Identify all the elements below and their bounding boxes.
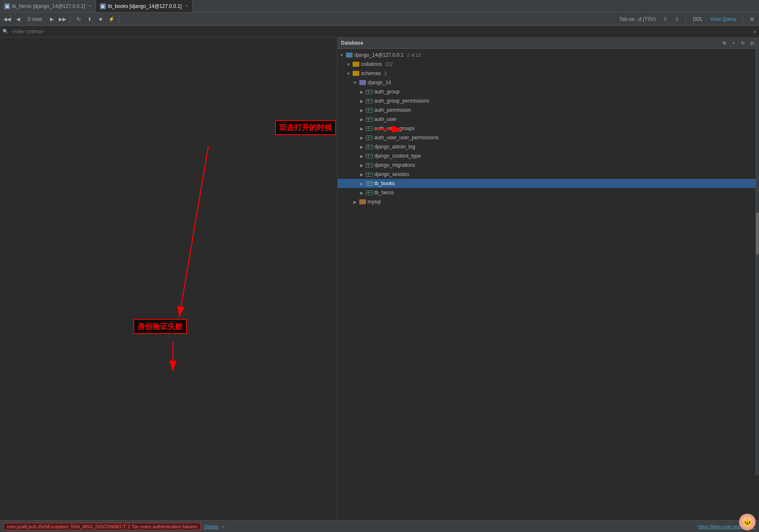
- refresh-btn[interactable]: ↻: [74, 15, 83, 24]
- tree-item-collations[interactable]: ▼ collations 222: [338, 60, 759, 69]
- export-down-btn[interactable]: ⇩: [672, 15, 681, 24]
- scrollbar-thumb[interactable]: [756, 213, 759, 254]
- tab-separated-label[interactable]: Tab-se...d (TSV): [617, 15, 658, 23]
- tree-table-icon-auth-permission: [366, 108, 373, 113]
- tree-item-auth-user-user-permissions[interactable]: ▶ auth_user_user_permissions: [338, 133, 759, 142]
- filter-icon: 🔍: [3, 29, 8, 34]
- left-panel: [0, 38, 338, 520]
- tree-item-auth-user-groups[interactable]: ▶ auth_user_groups: [338, 124, 759, 133]
- tree-arrow-auth-user-user-permissions: ▶: [359, 136, 364, 140]
- tree-folder-django14: [359, 80, 366, 85]
- tree-table-icon-tb-heros: [366, 191, 373, 195]
- tree-item-tb-heros[interactable]: ▶ tb_heros: [338, 188, 759, 197]
- divider-3: [686, 15, 686, 23]
- tree-text-tb-books: tb_books: [374, 181, 395, 186]
- panel-refresh-icon[interactable]: ↻: [739, 39, 746, 47]
- view-query-label[interactable]: View Query: [708, 15, 739, 23]
- tree-arrow-auth-group: ▶: [359, 90, 364, 94]
- tree-item-auth-group[interactable]: ▶ auth_group: [338, 87, 759, 96]
- tree-arrow-django14: ▼: [353, 80, 358, 85]
- tree-item-mysql[interactable]: ▶ mysql: [338, 197, 759, 206]
- tree-item-django-content-type[interactable]: ▶ django_content_type: [338, 151, 759, 161]
- filter-input[interactable]: [11, 29, 94, 35]
- ddl-label[interactable]: DDL: [690, 15, 705, 23]
- rows-count: 0 rows: [24, 16, 45, 22]
- tree-text-auth-user: auth_user: [374, 116, 396, 122]
- tree-item-auth-group-permissions[interactable]: ▶ auth_group_permissions: [338, 96, 759, 105]
- tree-folder-collations: [353, 62, 359, 67]
- tree-table-icon-auth-group: [366, 90, 373, 94]
- nav-next-btn[interactable]: ▶: [47, 15, 56, 24]
- tree-folder-schemas: [353, 71, 359, 76]
- status-bar: com.jcraft.jsch.JSchException: SSH_MSG_D…: [0, 520, 759, 532]
- status-close-btn[interactable]: ×: [222, 524, 224, 529]
- tree-table-icon-auth-user-user-permissions: [366, 136, 373, 140]
- tree-text-django-session: django_session: [374, 171, 409, 177]
- tree-item-django-admin-log[interactable]: ▶ django_admin_log: [338, 142, 759, 151]
- tab-icon-heros: ▦: [4, 3, 10, 9]
- tree-text-mysql: mysql: [368, 199, 381, 205]
- panel-header-icons: ⚙ + ↻ ⊟: [721, 39, 756, 47]
- right-panel: Database ⚙ + ↻ ⊟ ▼ django_14@127.0.0.1 2…: [338, 38, 759, 520]
- tree-db-icon-root: [346, 53, 353, 58]
- tree-item-auth-user[interactable]: ▶ auth_user: [338, 115, 759, 124]
- tree-text-schemas: schemas: [361, 70, 381, 76]
- tree-item-root-connection[interactable]: ▼ django_14@127.0.0.1 2 of 12: [338, 50, 759, 60]
- tree-arrow-auth-user-groups: ▶: [359, 126, 364, 131]
- filter-bar: 🔍 ×: [0, 26, 759, 38]
- status-error-text: com.jcraft.jsch.JSchException: SSH_MSG_D…: [3, 523, 201, 530]
- nav-first-btn[interactable]: ◀◀: [3, 15, 12, 24]
- tree-table-icon-auth-group-permissions: [366, 99, 373, 103]
- tree-view: ▼ django_14@127.0.0.1 2 of 12 ▼ collatio…: [338, 49, 759, 520]
- tree-text-django14: django_14: [368, 80, 391, 85]
- tab-label-books: tb_books [django_14@127.0.0.1]: [108, 3, 182, 9]
- tree-text-root: django_14@127.0.0.1: [354, 52, 403, 58]
- tab-close-books[interactable]: ×: [185, 4, 188, 8]
- tree-table-icon-django-content-type: [366, 154, 373, 158]
- main-content: Database ⚙ + ↻ ⊟ ▼ django_14@127.0.0.1 2…: [0, 38, 759, 520]
- tree-arrow-auth-user: ▶: [359, 117, 364, 122]
- panel-settings-icon[interactable]: ⚙: [721, 39, 728, 47]
- tree-item-django-session[interactable]: ▶ django_session: [338, 170, 759, 179]
- tree-count-collations: 222: [385, 62, 393, 67]
- export-up-btn[interactable]: ⇧: [661, 15, 670, 24]
- tree-text-auth-user-groups: auth_user_groups: [374, 125, 415, 131]
- tree-text-auth-permission: auth_permission: [374, 107, 411, 113]
- tree-item-tb-books[interactable]: ▶ tb_books: [338, 179, 759, 188]
- tree-count-schemas: 2: [384, 71, 387, 76]
- panel-add-icon[interactable]: +: [730, 39, 737, 47]
- tree-table-icon-django-migrations: [366, 163, 373, 168]
- right-scrollbar[interactable]: [756, 38, 759, 475]
- tree-arrow-collations: ▼: [346, 62, 351, 67]
- tree-item-auth-permission[interactable]: ▶ auth_permission: [338, 105, 759, 115]
- tree-item-schemas[interactable]: ▼ schemas 2: [338, 69, 759, 78]
- stop-btn[interactable]: ■: [96, 15, 105, 24]
- tree-table-icon-django-admin-log: [366, 145, 373, 149]
- close-filter-btn[interactable]: ×: [753, 28, 756, 35]
- panel-more-icon[interactable]: ⊟: [748, 39, 756, 47]
- tab-icon-books: ▦: [100, 3, 106, 9]
- tree-arrow-schemas: ▼: [346, 71, 351, 76]
- status-details-btn[interactable]: Details: [204, 524, 218, 529]
- tree-arrow-mysql: ▶: [353, 200, 358, 204]
- run-btn[interactable]: ⚡: [107, 15, 116, 24]
- tab-tb-books[interactable]: ▦ tb_books [django_14@127.0.0.1] ×: [96, 0, 193, 12]
- tree-count-root: 2 of 12: [407, 53, 421, 58]
- tree-item-django14[interactable]: ▼ django_14: [338, 78, 759, 87]
- nav-last-btn[interactable]: ▶▶: [58, 15, 67, 24]
- nav-prev-btn[interactable]: ◀: [13, 15, 23, 24]
- tab-label-heros: tb_heros [django_14@127.0.0.1]: [12, 3, 85, 9]
- settings-btn[interactable]: ⚙: [747, 15, 756, 24]
- download-btn[interactable]: ⬇: [85, 15, 94, 24]
- toolbar-right: Tab-se...d (TSV) ⇧ ⇩ DDL View Query ⚙: [617, 15, 756, 24]
- tree-arrow-auth-permission: ▶: [359, 108, 364, 113]
- tab-tb-heros[interactable]: ▦ tb_heros [django_14@127.0.0.1] ×: [0, 0, 96, 12]
- tree-arrow-django-migrations: ▶: [359, 163, 364, 168]
- divider-4: [743, 15, 743, 23]
- tree-table-icon-tb-books: [366, 181, 373, 186]
- tree-item-django-migrations[interactable]: ▶ django_migrations: [338, 161, 759, 170]
- tab-close-heros[interactable]: ×: [89, 4, 91, 8]
- tree-arrow-django-session: ▶: [359, 172, 364, 177]
- tree-arrow-tb-heros: ▶: [359, 191, 364, 195]
- tree-folder-mysql: [359, 199, 366, 204]
